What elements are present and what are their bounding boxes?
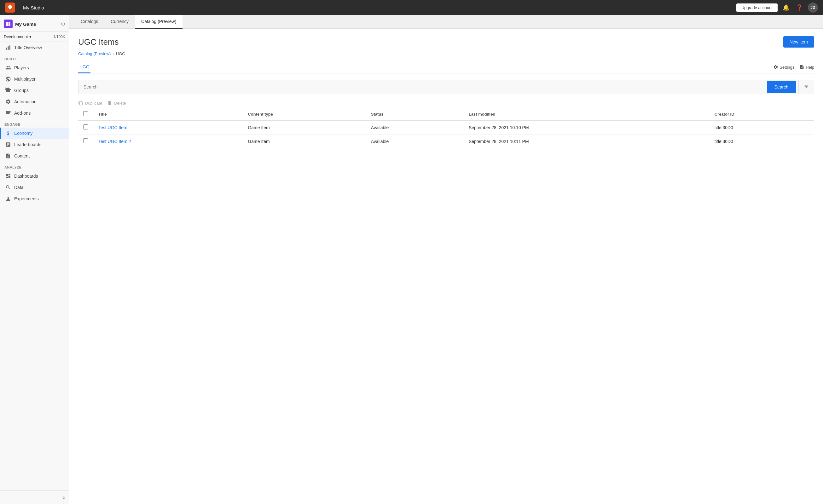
- filter-button[interactable]: [798, 80, 814, 94]
- row-last-modified: September 28, 2021 10:10 PM: [464, 120, 709, 135]
- row-creator-id: title!30D0: [709, 135, 814, 149]
- sidebar-item-data[interactable]: Data: [0, 182, 69, 193]
- search-button[interactable]: Search: [767, 81, 796, 93]
- sidebar-section-build: BUILD: [0, 53, 69, 62]
- page-title: UGC Items: [78, 37, 119, 47]
- page-content: UGC Items New item Catalog (Preview) › U…: [69, 29, 823, 504]
- sidebar-item-economy[interactable]: Economy: [0, 128, 69, 139]
- sidebar-item-label: Players: [14, 65, 29, 70]
- svg-rect-0: [6, 22, 8, 24]
- svg-rect-4: [6, 48, 7, 50]
- help-doc-icon: [799, 64, 804, 70]
- tab-catalog-preview[interactable]: Catalog (Preview): [135, 15, 182, 29]
- economy-icon: [5, 131, 11, 136]
- col-last-modified: Last modified: [464, 108, 709, 120]
- delete-label: Delete: [114, 101, 126, 105]
- sub-tab-actions: Settings Help: [773, 64, 814, 70]
- settings-icon[interactable]: ⚙: [61, 21, 65, 27]
- automation-icon: [5, 99, 11, 104]
- sidebar-item-addons[interactable]: Add-ons: [0, 107, 69, 119]
- select-all-checkbox[interactable]: [83, 111, 88, 116]
- environment-count: 1/100K: [53, 35, 65, 39]
- sub-tab-bar: UGC Settings Help: [78, 61, 814, 73]
- sidebar-item-label: Dashboards: [14, 174, 38, 179]
- game-name: My Game: [15, 21, 58, 27]
- collapse-sidebar-button[interactable]: «: [62, 495, 65, 500]
- breadcrumb-separator: ›: [113, 51, 114, 56]
- upgrade-button[interactable]: Upgrade account: [736, 3, 778, 12]
- table-toolbar: Duplicate Delete: [78, 100, 814, 105]
- app-logo: [5, 3, 15, 13]
- dashboards-icon: [5, 173, 11, 179]
- svg-rect-5: [8, 46, 9, 50]
- tab-currency[interactable]: Currency: [104, 15, 135, 29]
- user-avatar[interactable]: JD: [808, 3, 818, 13]
- page-header: UGC Items New item: [78, 36, 814, 48]
- help-action[interactable]: Help: [799, 64, 814, 70]
- nav-divider: [19, 4, 19, 11]
- col-creator-id: Creator ID: [709, 108, 814, 120]
- environment-selector: Development ▾ 1/100K: [0, 32, 69, 42]
- sidebar-item-multiplayer[interactable]: Multiplayer: [0, 73, 69, 85]
- col-status: Status: [366, 108, 464, 120]
- row-checkbox-cell[interactable]: [78, 135, 93, 149]
- ugc-items-table: Title Content type Status Last modified …: [78, 108, 814, 149]
- sidebar-item-title-overview[interactable]: Title Overview: [0, 42, 69, 53]
- sidebar-item-label: Groups: [14, 88, 29, 93]
- sidebar-footer: «: [0, 490, 69, 504]
- row-title[interactable]: Test UGC Item 2: [93, 135, 243, 149]
- svg-rect-2: [6, 24, 8, 26]
- sidebar-header: My Game ⚙: [0, 15, 69, 32]
- leaderboards-icon: [5, 142, 11, 148]
- svg-rect-1: [8, 22, 10, 24]
- svg-rect-6: [9, 45, 10, 50]
- sidebar-section-analyze: ANALYZE: [0, 162, 69, 171]
- select-all-header[interactable]: [78, 108, 93, 120]
- settings-action[interactable]: Settings: [773, 64, 794, 70]
- row-checkbox-cell[interactable]: [78, 120, 93, 135]
- main-content: Catalogs Currency Catalog (Preview) UGC …: [69, 15, 823, 504]
- delete-action[interactable]: Delete: [107, 100, 126, 105]
- sidebar-item-label: Title Overview: [14, 45, 42, 50]
- tab-bar: Catalogs Currency Catalog (Preview): [69, 15, 823, 29]
- sidebar-item-label: Leaderboards: [14, 142, 41, 147]
- sidebar-item-content[interactable]: Content: [0, 150, 69, 162]
- sidebar-item-groups[interactable]: Groups: [0, 85, 69, 96]
- col-title: Title: [93, 108, 243, 120]
- sidebar-item-label: Automation: [14, 99, 36, 104]
- new-item-button[interactable]: New item: [783, 36, 814, 48]
- sidebar-item-players[interactable]: Players: [0, 62, 69, 73]
- row-checkbox[interactable]: [83, 138, 88, 143]
- sidebar-item-label: Data: [14, 185, 24, 190]
- sidebar-item-dashboards[interactable]: Dashboards: [0, 171, 69, 182]
- sidebar-item-label: Add-ons: [14, 110, 31, 115]
- sidebar-item-automation[interactable]: Automation: [0, 96, 69, 107]
- row-title[interactable]: Test UGC Item: [93, 120, 243, 135]
- addons-icon: [5, 110, 11, 116]
- row-status: Available: [366, 120, 464, 135]
- settings-label: Settings: [780, 65, 794, 70]
- help-icon[interactable]: ❓: [795, 3, 804, 12]
- table-row: Test UGC Item Game Item Available Septem…: [78, 120, 814, 135]
- chevron-down-icon: ▾: [29, 34, 31, 39]
- breadcrumb-parent-link[interactable]: Catalog (Preview): [78, 51, 111, 56]
- studio-title: My Studio: [23, 5, 44, 10]
- sub-tab-ugc[interactable]: UGC: [78, 61, 91, 73]
- sidebar-item-label: Economy: [14, 131, 32, 136]
- row-checkbox[interactable]: [83, 124, 88, 130]
- sidebar-item-experiments[interactable]: Experiments: [0, 193, 69, 204]
- environment-label: Development: [4, 34, 28, 39]
- duplicate-action[interactable]: Duplicate: [78, 100, 102, 105]
- delete-icon: [107, 100, 112, 105]
- groups-icon: [5, 87, 11, 93]
- breadcrumb-current: UGC: [116, 51, 125, 56]
- search-bar: Search: [78, 80, 814, 94]
- notifications-icon[interactable]: 🔔: [781, 3, 791, 12]
- experiments-icon: [5, 196, 11, 202]
- app-layout: My Game ⚙ Development ▾ 1/100K Title Ove…: [0, 15, 823, 504]
- sidebar-item-leaderboards[interactable]: Leaderboards: [0, 139, 69, 150]
- data-icon: [5, 185, 11, 190]
- search-input[interactable]: [78, 81, 764, 93]
- tab-catalogs[interactable]: Catalogs: [74, 15, 104, 29]
- environment-dropdown[interactable]: Development ▾: [4, 34, 31, 39]
